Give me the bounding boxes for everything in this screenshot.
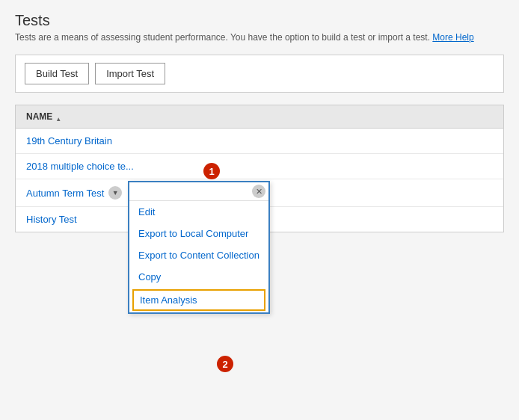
table-header: NAME: [16, 105, 503, 129]
build-test-button[interactable]: Build Test: [25, 63, 89, 84]
dropdown-close-button[interactable]: ✕: [252, 185, 265, 198]
row-action-chevron[interactable]: ▼: [108, 186, 122, 200]
context-menu: ✕ Edit Export to Local Computer Export t…: [128, 181, 270, 314]
badge-1: 1: [203, 163, 220, 179]
sort-icon[interactable]: [55, 113, 63, 120]
table-row-autumn: Autumn Term Test ▼ ✕ Edit Export to Loca…: [16, 179, 503, 207]
menu-item-item-analysis[interactable]: Item Analysis: [132, 289, 265, 311]
menu-item-export-local[interactable]: Export to Local Computer: [129, 223, 268, 244]
menu-item-edit[interactable]: Edit: [129, 201, 268, 223]
column-name-label: NAME: [26, 111, 52, 122]
test-link-row2[interactable]: 2018 multiple choice te...: [26, 161, 134, 172]
badge-2: 2: [217, 356, 233, 372]
table-row: 19th Century Britain: [16, 129, 503, 154]
page-wrapper: Tests Tests are a means of assessing stu…: [0, 0, 519, 244]
menu-item-export-collection[interactable]: Export to Content Collection: [129, 244, 268, 266]
page-subtitle: Tests are a means of assessing student p…: [15, 32, 504, 43]
page-title: Tests: [15, 12, 504, 29]
more-help-link[interactable]: More Help: [432, 32, 473, 43]
dropdown-header: ✕: [129, 182, 268, 201]
test-link-row1[interactable]: 19th Century Britain: [26, 135, 112, 146]
test-link-row4[interactable]: History Test: [26, 214, 77, 225]
toolbar: Build Test Import Test: [15, 55, 504, 93]
test-link-row3[interactable]: Autumn Term Test: [26, 188, 104, 199]
tests-table: NAME 19th Century Britain 2018 multiple …: [15, 105, 504, 232]
import-test-button[interactable]: Import Test: [95, 63, 165, 84]
table-row: 2018 multiple choice te...: [16, 154, 503, 179]
menu-item-copy[interactable]: Copy: [129, 266, 268, 288]
